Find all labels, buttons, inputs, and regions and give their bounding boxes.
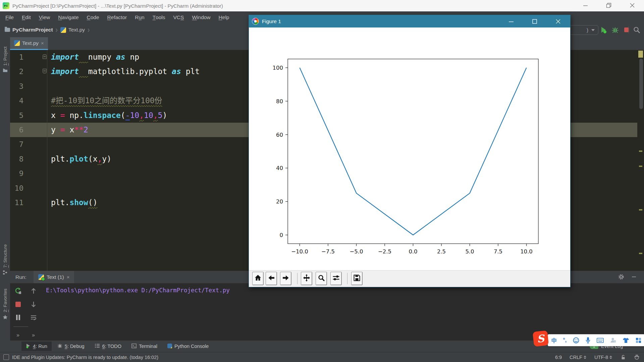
tab-label: Text.py [22,40,39,46]
back-button[interactable] [266,272,277,285]
menu-run[interactable]: Run [131,11,148,23]
svg-text:2.5: 2.5 [437,248,446,255]
user-icon[interactable] [610,337,616,343]
emoji-icon[interactable] [573,337,579,344]
toolbox-grid-icon[interactable] [636,338,641,343]
figure-close-icon[interactable] [552,15,564,27]
microphone-icon[interactable] [586,337,590,344]
warning-stripe-mark[interactable] [639,150,642,152]
unlock-icon[interactable] [621,352,626,362]
restore-icon[interactable] [601,0,616,11]
stop-button[interactable] [623,26,631,34]
minimize-icon[interactable] [578,0,593,11]
close-icon[interactable] [625,0,640,11]
menu-window[interactable]: Window [188,11,214,23]
hector-inspections-icon[interactable] [634,352,640,362]
warning-stripe-mark[interactable] [639,166,642,167]
editor-scrollbar[interactable] [639,59,643,109]
soft-wrap-icon[interactable] [30,313,38,321]
svg-text:10.0: 10.0 [520,248,533,255]
line-number: 2 [10,64,23,79]
toolwindow-button-5-debug[interactable]: 5: Debug [53,342,89,351]
sidebar-item-project[interactable]: 1: Project [0,47,10,73]
home-icon [254,274,262,283]
rerun-button[interactable] [14,287,22,295]
warning-stripe-mark[interactable] [639,253,642,254]
keyboard-icon[interactable] [597,338,604,343]
plot-canvas[interactable]: −10.0−7.5−5.0−2.50.02.55.07.510.00204060… [249,27,570,270]
status-message[interactable]: IDE and Plugin Updates: PyCharm is ready… [12,352,158,362]
forward-button[interactable] [280,272,291,285]
figure-title: Figure 1 [262,18,281,24]
window-titlebar: PC PyCharmProject [D:\PyCharmProject] - … [0,0,644,11]
toolwindow-button-6-todo[interactable]: 6: TODO [90,342,126,351]
svg-text:−5.0: −5.0 [350,248,363,255]
toolwindow-toggle-icon[interactable] [3,354,9,360]
ime-chinese-mode[interactable]: 中 [551,336,556,344]
tab-text-py[interactable]: Text.py × [10,37,48,50]
figure-maximize-icon[interactable] [529,15,540,27]
zoom-button[interactable] [316,272,327,285]
home-button[interactable] [252,272,264,285]
folder-icon [5,28,10,32]
sidebar-item-favorites[interactable]: 2: Favorites [0,289,10,320]
menu-navigate[interactable]: Navigate [54,11,83,23]
menu-refactor[interactable]: Refactor [103,11,131,23]
toolwindow-button-4-run[interactable]: 4: Run [21,342,52,351]
run-button[interactable] [600,26,608,34]
console-output-line: E:\Tools\python\python.exe D:/PyCharmPro… [46,287,230,294]
fold-marker-icon[interactable] [43,69,47,73]
skin-shirt-icon[interactable] [623,338,629,343]
configure-subplots-button[interactable] [330,272,342,285]
caret-position[interactable]: 6:9 [555,352,562,362]
run-tab-close-icon[interactable]: × [67,275,70,280]
toolbar-separator [13,326,28,327]
menu-vcs[interactable]: VCS [169,11,188,23]
pause-output-icon[interactable] [14,313,22,321]
stop-button[interactable] [14,300,22,308]
menu-code[interactable]: Code [83,11,103,23]
run-tab-label: Text (1) [47,274,64,280]
toolwindow-button-terminal[interactable]: Terminal [127,342,162,351]
svg-text:0.0: 0.0 [409,248,417,255]
toolwindow-button-python-console[interactable]: Python Console [163,342,213,351]
breadcrumb-project[interactable]: PyCharmProject [12,27,53,33]
menu-tools[interactable]: Tools [149,11,169,23]
figure-window[interactable]: Figure 1 −10.0−7.5−5.0−2.50.02.55.07.510… [249,15,571,287]
menu-file[interactable]: File [1,11,18,23]
inspection-status-square[interactable] [638,51,643,58]
menu-edit[interactable]: Edit [18,11,35,23]
sogou-ime-logo[interactable]: S [533,330,549,347]
figure-titlebar[interactable]: Figure 1 [249,15,570,27]
ime-punctuation[interactable]: °, [563,337,567,343]
down-stacktrace-icon[interactable] [30,300,38,308]
save-button[interactable] [351,272,363,285]
line-separator-selector[interactable]: CRLF [570,352,586,362]
sidebar-item-structure[interactable]: 7: Structure [0,244,10,276]
breadcrumb-file[interactable]: Text.py [68,27,85,33]
line-number: 5 [10,108,23,123]
svg-text:5.0: 5.0 [465,248,474,255]
fold-marker-icon[interactable] [43,54,47,59]
more-options-icon[interactable]: » [30,331,38,339]
svg-text:80: 80 [276,98,283,105]
encoding-selector[interactable]: UTF-8 [594,352,612,362]
menu-help[interactable]: Help [215,11,233,23]
figure-minimize-icon[interactable] [505,15,517,27]
more-options-icon[interactable]: » [14,331,22,339]
pan-button[interactable] [301,272,312,285]
settings-gear-icon[interactable] [617,273,625,281]
search-everywhere-icon[interactable] [633,26,641,34]
up-stacktrace-icon[interactable] [30,287,38,295]
line-number: 3 [10,79,23,94]
warning-stripe-mark[interactable] [639,209,642,210]
tab-close-icon[interactable]: × [41,41,44,46]
running-indicator [41,277,45,281]
svg-text:−7.5: −7.5 [321,248,335,255]
hide-panel-icon[interactable] [630,273,638,281]
debug-button[interactable] [611,26,619,34]
todo-icon [95,344,100,349]
line-number: 10 [10,181,23,195]
run-tab-text-1[interactable]: Text (1) × [34,271,74,283]
menu-view[interactable]: View [35,11,54,23]
